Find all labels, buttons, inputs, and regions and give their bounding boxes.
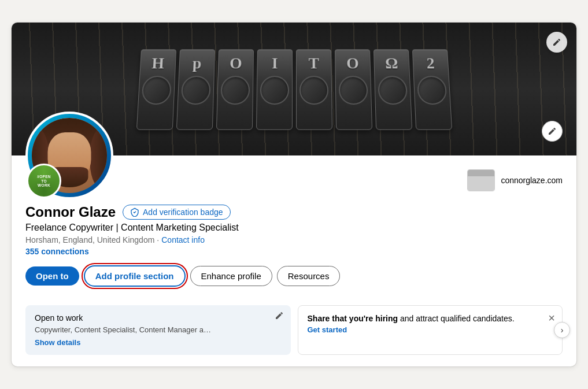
- avatar-wrapper: #OPEN TO WORK: [25, 112, 113, 199]
- actions-row: Open to Add profile section Enhance prof…: [25, 265, 563, 287]
- open-to-work-card: Open to work Copywriter, Content Special…: [25, 305, 291, 354]
- hiring-card-title: Share that you're hiring and attract qua…: [308, 314, 553, 323]
- hiring-bold-text: Share that you're hiring: [308, 314, 398, 323]
- verification-badge-label: Add verification badge: [143, 208, 223, 217]
- opentowork-text: #OPEN TO WORK: [31, 175, 57, 188]
- open-to-work-body: Copywriter, Content Specialist, Content …: [35, 325, 282, 335]
- edit-profile-button[interactable]: [542, 121, 563, 142]
- website-widget[interactable]: connorglaze.com: [467, 169, 563, 191]
- open-to-button[interactable]: Open to: [25, 266, 79, 286]
- profile-card: H p O I T: [12, 23, 576, 366]
- connections-link[interactable]: 355 connections: [25, 247, 563, 256]
- edit-pencil-icon: [548, 127, 557, 136]
- profile-name: Connor Glaze: [25, 204, 116, 220]
- avatar-hair-right: [90, 129, 107, 187]
- profile-section: #OPEN TO WORK connorglaze.com Connor Gla…: [12, 112, 576, 296]
- profile-headline: Freelance Copywriter | Content Marketing…: [25, 223, 563, 233]
- pencil-icon: [552, 38, 561, 47]
- name-row: Connor Glaze Add verification badge: [25, 204, 563, 220]
- chevron-right-button[interactable]: ›: [554, 322, 570, 338]
- show-details-link[interactable]: Show details: [35, 338, 282, 347]
- close-icon: ×: [548, 312, 555, 324]
- shield-icon: [130, 208, 139, 217]
- open-to-work-edit-button[interactable]: [275, 311, 284, 323]
- open-to-work-title: Open to work: [35, 313, 282, 323]
- website-thumbnail: [467, 169, 495, 191]
- add-verification-badge-button[interactable]: Add verification badge: [123, 205, 231, 220]
- location-row: Horsham, England, United Kingdom · Conta…: [25, 235, 563, 244]
- hiring-card: Share that you're hiring and attract qua…: [298, 305, 563, 354]
- hiring-close-button[interactable]: ×: [548, 312, 555, 325]
- bottom-cards-row: Open to work Copywriter, Content Special…: [25, 305, 563, 354]
- add-profile-section-button[interactable]: Add profile section: [84, 265, 186, 287]
- hiring-body-text: and attract qualified candidates.: [398, 314, 515, 323]
- website-url-label: connorglaze.com: [501, 176, 563, 185]
- resources-button[interactable]: Resources: [277, 266, 341, 286]
- get-started-link[interactable]: Get started: [308, 325, 553, 334]
- location-text: Horsham, England, United Kingdom: [25, 235, 154, 244]
- enhance-profile-button[interactable]: Enhance profile: [190, 266, 272, 286]
- contact-info-link[interactable]: Contact info: [161, 235, 205, 244]
- chevron-right-icon: ›: [561, 325, 564, 335]
- edit-icon: [275, 311, 284, 320]
- opentowork-badge: #OPEN TO WORK: [27, 164, 61, 198]
